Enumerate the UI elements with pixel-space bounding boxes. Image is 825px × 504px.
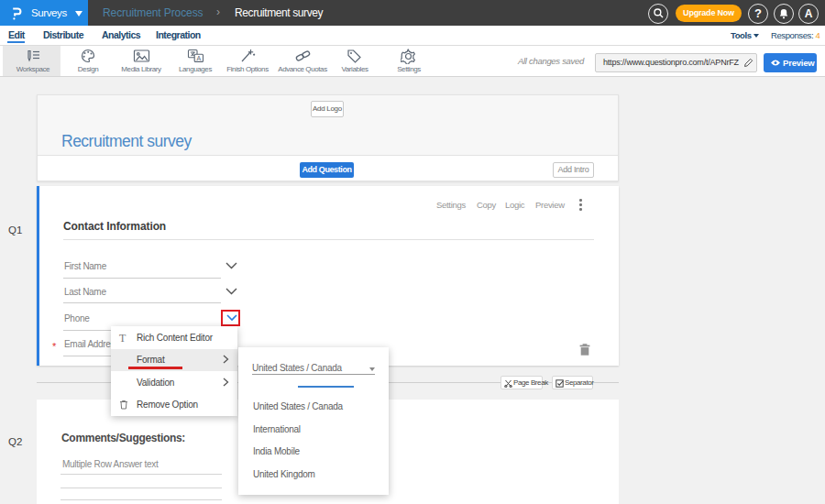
svg-text:A: A bbox=[197, 55, 202, 61]
